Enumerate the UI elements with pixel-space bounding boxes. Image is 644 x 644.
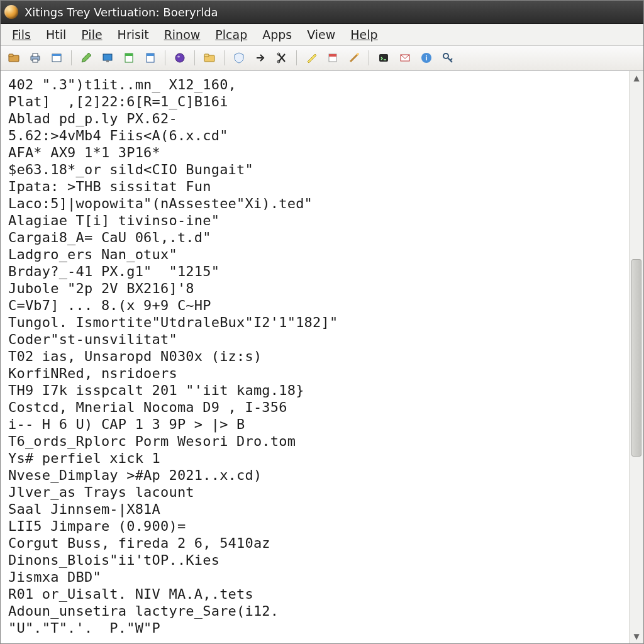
content-area: 402 ".3")t1it..mn_ X12_160, Plat] ,[2]22…	[1, 70, 643, 643]
toolbar-separator	[165, 50, 165, 65]
svg-rect-4	[33, 59, 38, 62]
scissors-icon[interactable]	[272, 48, 291, 67]
folder-yellow-icon[interactable]	[200, 48, 219, 67]
terminal-icon[interactable]	[374, 48, 393, 67]
svg-point-13	[175, 53, 184, 62]
shield-icon[interactable]	[230, 48, 248, 67]
highlighter-icon[interactable]	[302, 48, 321, 67]
scroll-thumb[interactable]	[631, 259, 641, 457]
page-green-icon[interactable]	[119, 48, 138, 67]
toolbar-separator	[296, 50, 297, 65]
arrow-right-icon[interactable]	[251, 48, 270, 67]
svg-rect-1	[9, 54, 13, 57]
svg-rect-22	[379, 54, 388, 62]
menu-apps[interactable]: Apps	[256, 26, 298, 43]
pencil-icon[interactable]	[77, 48, 96, 67]
svg-rect-8	[106, 60, 109, 62]
svg-rect-16	[204, 54, 209, 57]
key-icon[interactable]	[438, 48, 457, 67]
folder-open-icon[interactable]	[4, 48, 23, 67]
svg-point-21	[357, 53, 359, 55]
mail-icon[interactable]	[396, 48, 414, 67]
menubar: Fils Htil Pile Hrisit Rinow Plcap Apps V…	[1, 24, 643, 46]
printer-icon[interactable]	[26, 48, 45, 67]
menu-rinow[interactable]: Rinow	[158, 26, 207, 43]
svg-rect-12	[147, 53, 154, 56]
menu-hrisit[interactable]: Hrisit	[111, 26, 155, 43]
app-icon	[4, 5, 18, 19]
screen-icon[interactable]	[98, 48, 117, 67]
toolbar: i	[1, 46, 643, 70]
toolbar-separator	[224, 50, 225, 65]
app-window: Xitings Trey Vertiuation: Boeryrlda Fils…	[0, 0, 644, 644]
svg-rect-7	[103, 54, 112, 60]
svg-point-14	[177, 56, 180, 58]
svg-rect-20	[329, 54, 336, 57]
svg-point-26	[443, 53, 448, 58]
menu-fils[interactable]: Fils	[6, 26, 37, 43]
toolbar-separator	[369, 50, 369, 65]
info-icon[interactable]: i	[417, 48, 436, 67]
wand-icon[interactable]	[345, 48, 364, 67]
svg-text:i: i	[425, 54, 427, 62]
scroll-down-arrow[interactable]: ▼	[630, 630, 643, 643]
toolbar-separator	[71, 50, 72, 65]
menu-htil[interactable]: Htil	[40, 26, 72, 43]
scroll-up-arrow[interactable]: ▲	[630, 71, 643, 85]
toolbar-separator	[194, 50, 195, 65]
svg-rect-3	[33, 53, 38, 57]
scroll-track[interactable]	[630, 85, 643, 630]
svg-rect-6	[52, 54, 61, 56]
menu-plcap[interactable]: Plcap	[209, 26, 253, 43]
vertical-scrollbar[interactable]: ▲ ▼	[629, 71, 643, 643]
window-icon[interactable]	[47, 48, 66, 67]
titlebar[interactable]: Xitings Trey Vertiuation: Boeryrlda	[1, 1, 643, 24]
svg-rect-10	[125, 53, 133, 56]
page-blue-icon[interactable]	[141, 48, 160, 67]
text-content[interactable]: 402 ".3")t1it..mn_ X12_160, Plat] ,[2]22…	[1, 71, 629, 643]
sphere-icon[interactable]	[170, 48, 189, 67]
menu-pile[interactable]: Pile	[75, 26, 108, 43]
menu-view[interactable]: View	[301, 26, 341, 43]
tag-red-icon[interactable]	[323, 48, 342, 67]
window-title: Xitings Trey Vertiuation: Boeryrlda	[25, 6, 218, 19]
menu-help[interactable]: Help	[344, 26, 384, 43]
